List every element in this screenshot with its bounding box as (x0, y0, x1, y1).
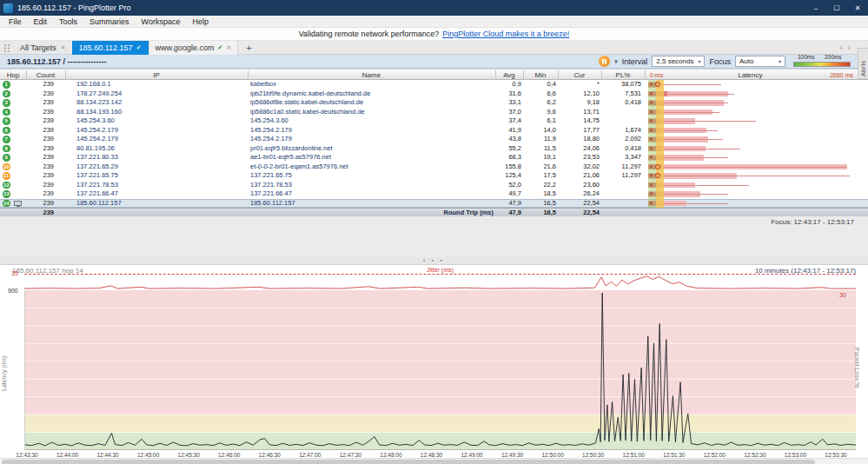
hop-avg: 68,3 (490, 153, 521, 162)
focus-range-text: Focus: 12:43:17 - 12:53:17 (771, 218, 854, 226)
table-row-hop-11[interactable]: 11239137.221.65.75137.221.65.75125,417,5… (0, 171, 868, 181)
notification-banner: Validating remote network performance? P… (0, 28, 868, 41)
hop-latency-graph: ✕ (648, 80, 855, 89)
table-row-hop-6[interactable]: 6239145.254.2.179145.254.2.17941,914,017… (0, 126, 868, 136)
close-button[interactable]: ✕ (847, 0, 868, 16)
focus-dropdown[interactable]: Auto ▾ (735, 56, 785, 67)
menu-item-edit[interactable]: Edit (28, 16, 54, 27)
interval-dropdown[interactable]: 2,5 seconds ▾ (652, 56, 705, 67)
hop-avg: 33,1 (490, 98, 521, 108)
table-row-hop-4[interactable]: 423988.134.193.160ip5886c1a0.static.kabe… (0, 108, 868, 117)
tab-target-185.60.112.157[interactable]: 185.60.112.157✔ (72, 41, 149, 55)
close-tab-icon[interactable]: ✕ (61, 44, 66, 51)
focus-value: Auto (739, 57, 753, 65)
table-row-hop-14[interactable]: 14239185.60.112.157185.60.112.15747,916,… (0, 199, 868, 209)
hop-avg: 55,2 (490, 144, 521, 154)
tab-target-www.google.com[interactable]: www.google.com✔✕ (149, 41, 239, 55)
menu-item-file[interactable]: File (3, 16, 28, 27)
hop-min: 14,0 (525, 126, 556, 136)
tab-all-targets[interactable]: All Targets ✕ (14, 41, 72, 54)
latency-whisker (648, 176, 850, 176)
hop-latency-graph: ✕ (648, 108, 855, 117)
close-tab-icon[interactable]: ✕ (226, 44, 231, 51)
timeline-scrollbar[interactable] (0, 458, 868, 464)
hop-packet-loss: 11,297 (603, 171, 641, 181)
hop-avg: 52,0 (490, 181, 521, 190)
jitter-chart[interactable] (24, 275, 856, 289)
hop-packet-loss (603, 189, 641, 199)
hop-ip: 192.168.0.1 (76, 80, 111, 89)
hop-min: 19,1 (525, 153, 556, 162)
latency-alert-circle-icon (655, 164, 660, 169)
latency-whisker (648, 121, 756, 122)
column-separator (558, 70, 559, 80)
hop-count: 239 (26, 181, 54, 190)
hop-packet-loss (603, 181, 641, 190)
hop-latency-graph: ✕ (648, 98, 855, 108)
table-row-hop-10[interactable]: 10239137.221.65.29et-0-0-2-br01-eqam1.as… (0, 162, 868, 172)
hop-number-badge: 6 (3, 127, 10, 135)
minimize-button[interactable]: – (805, 0, 826, 16)
x-axis-label: 12:49:30 (501, 452, 523, 458)
trace-pause-button[interactable] (599, 56, 610, 67)
timeline-scrollbar-thumb[interactable] (2, 460, 815, 464)
table-row-hop-13[interactable]: 13239137.221.66.47137.221.66.4749,718,52… (0, 189, 868, 199)
interval-label: Interval (622, 57, 648, 66)
table-row-hop-2[interactable]: 2239178.27.249.254ipb21bf9fe.dynamic.kab… (0, 89, 868, 99)
table-row-hop-3[interactable]: 323988.134.223.142ip5886df8e.static.kabe… (0, 98, 868, 108)
menu-item-tools[interactable]: Tools (53, 16, 83, 27)
menu-item-help[interactable]: Help (186, 16, 215, 27)
jitter-dashed-line (24, 274, 856, 275)
latency-legend: 100ms 200ms (793, 55, 851, 68)
hop-ip: 88.134.223.142 (76, 98, 122, 108)
table-row-hop-5[interactable]: 5239145.254.3.60145.254.3.6037,46,114,75… (0, 116, 868, 126)
pause-icon (602, 59, 606, 64)
table-row-hop-8[interactable]: 823980.81.195.26pr01.eqfr5.blizzardonlin… (0, 144, 868, 154)
hop-cur: 32,02 (560, 162, 600, 172)
latency-current-marker-icon: ✕ (649, 108, 653, 117)
hop-number-badge: 12 (3, 182, 10, 189)
window-title: 185.60.112.157 - PingPlotter Pro (17, 3, 130, 12)
table-row-hop-12[interactable]: 12239137.221.78.53137.221.78.5352,022,22… (0, 181, 868, 190)
new-tab-button[interactable]: + (238, 41, 259, 54)
hop-packet-loss: 1,674 (603, 126, 641, 136)
hop-packet-loss: 11,297 (603, 162, 641, 172)
pingplotter-cloud-link[interactable]: PingPlotter Cloud makes it a breeze! (442, 30, 569, 38)
hop-count: 239 (26, 89, 54, 99)
scroll-right-icon[interactable]: › (848, 43, 851, 52)
menu-item-workspace[interactable]: Workspace (136, 16, 187, 27)
hop-number-badge: 8 (3, 145, 10, 153)
hop-ip: 137.221.80.33 (76, 153, 118, 162)
hop-min: 6,1 (525, 116, 556, 126)
menu-bar: FileEditToolsSummariesWorkspaceHelp (0, 16, 868, 28)
hop-packet-loss: 0,418 (603, 98, 641, 108)
maximize-button[interactable]: ☐ (826, 0, 847, 16)
scroll-left-icon[interactable]: ‹ (839, 43, 842, 52)
hop-ip: 178.27.249.254 (76, 89, 122, 99)
target-tabs: 185.60.112.157✔www.google.com✔✕ (72, 41, 239, 54)
hop-cur: * (560, 80, 600, 89)
table-row-hop-7[interactable]: 7239145.254.2.179145.254.2.17943,811,918… (0, 135, 868, 144)
x-axis-label: 12:51:00 (623, 452, 645, 458)
hop-name: 137.221.78.53 (250, 181, 292, 190)
latency-current-marker-icon: ✕ (649, 189, 653, 199)
hop-name: ae1-br01-eqfr5.as57976.net (250, 153, 331, 162)
hop-cur: 24,06 (560, 144, 600, 154)
banner-text: Validating remote network performance? (299, 30, 439, 38)
menu-item-summaries[interactable]: Summaries (83, 16, 136, 27)
hop-name: pr01.eqfr5.blizzardonline.net (250, 144, 333, 154)
hop-latency-graph: ✕ (648, 189, 855, 199)
hop-count: 239 (26, 189, 54, 199)
hop-cur: 17,77 (560, 126, 600, 136)
alerts-side-tab[interactable]: Alerts (858, 48, 868, 79)
trace-menu-caret-icon[interactable]: ▾ (614, 58, 618, 65)
table-row-hop-9[interactable]: 9239137.221.80.33ae1-br01-eqfr5.as57976.… (0, 153, 868, 162)
jitter-axis-max: 35 (11, 270, 18, 276)
panel-splitter-handle[interactable]: ● ● ● (0, 257, 868, 264)
table-row-hop-1[interactable]: 1239192.168.0.1kabelbox0,90,4*38,075✕ (0, 80, 868, 89)
latency-timeline-chart[interactable] (24, 290, 856, 450)
hop-packet-loss (603, 116, 641, 126)
hop-min: 21,6 (525, 162, 556, 172)
hop-ip: 80.81.195.26 (76, 144, 115, 154)
hop-min: 18,5 (525, 189, 556, 199)
